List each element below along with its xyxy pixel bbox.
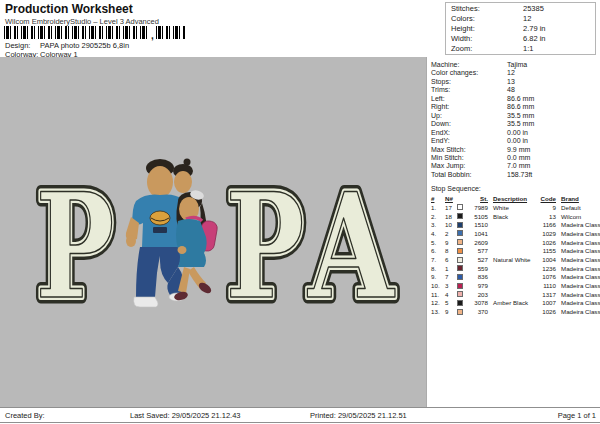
machine-row: Machine:Tajima	[431, 61, 600, 69]
stat-row-label: Colors:	[451, 14, 523, 24]
machine-info: Machine:TajimaColor changes:12Stops:13Tr…	[431, 61, 600, 179]
stop-sequence-row: 1.177989White9Default	[431, 203, 600, 212]
machine-row: Right:86.6 mm	[431, 103, 600, 111]
machine-row-value: Tajima	[507, 61, 527, 69]
thread-color-chip	[457, 222, 463, 228]
child-figure	[173, 159, 193, 194]
barcode-bars-left	[4, 26, 150, 39]
thread-color-chip	[457, 230, 463, 236]
father-head	[147, 166, 173, 198]
design-row: Design: PAPA photo 290525b 6,8in	[5, 41, 129, 50]
machine-row-value: 158.73ft	[507, 171, 532, 179]
stat-row: Colors:12	[446, 14, 595, 24]
stat-row: Stitches:25385	[446, 4, 595, 14]
svg-text:P: P	[226, 160, 305, 331]
header: Production Worksheet Wilcom EmbroiderySt…	[0, 0, 600, 57]
machine-row: Down:35.5 mm	[431, 120, 600, 128]
machine-row: Up:35.5 mm	[431, 112, 600, 120]
shirt-patch	[153, 227, 167, 233]
machine-row: Color changes:12	[431, 69, 600, 77]
barcode-bars-right	[156, 26, 186, 39]
machine-row: Max Stitch:9.9 mm	[431, 146, 600, 154]
design-label: Design:	[5, 41, 38, 50]
stop-sequence-row: 11.42031317Madeira Classic 40	[431, 290, 600, 299]
thread-color-chip	[457, 239, 463, 245]
machine-row-value: 0.0 mm	[507, 154, 530, 162]
thread-color-chip	[457, 283, 463, 289]
stop-sequence-row: 12.53078Amber Black1007Madeira Classic 4…	[431, 299, 600, 308]
stop-sequence-table: # N# St. Description Code Brand 1.177989…	[431, 194, 600, 316]
machine-row-label: EndY:	[431, 137, 507, 145]
machine-row-value: 9.9 mm	[507, 146, 530, 154]
machine-row: Left:86.6 mm	[431, 95, 600, 103]
col-st: St.	[468, 195, 490, 202]
machine-row-label: Stops:	[431, 78, 507, 86]
stop-sequence-row: 13.93701026Madeira Classic 40	[431, 307, 600, 316]
footer-printed: Printed: 29/05/2025 21.12.51	[310, 411, 407, 420]
svg-text:P: P	[36, 160, 115, 331]
col-code: Code	[536, 195, 558, 202]
stat-row-label: Width:	[451, 34, 523, 44]
papa-letter-3: A A A	[307, 161, 395, 331]
stat-row-label: Stitches:	[451, 4, 523, 14]
app-subtitle: Wilcom EmbroideryStudio – Level 3 Advanc…	[5, 17, 159, 26]
machine-row: Min Stitch:0.0 mm	[431, 154, 600, 162]
thread-color-chip	[457, 204, 463, 210]
thread-color-chip	[457, 300, 463, 306]
machine-row-value: 86.6 mm	[507, 103, 534, 111]
machine-row-label: Left:	[431, 95, 507, 103]
design-canvas: P P P P P P A A A	[0, 57, 426, 407]
page-title: Production Worksheet	[5, 2, 133, 16]
stop-sequence-row: 8.15591236Madeira Classic 40	[431, 264, 600, 273]
thread-color-chip	[457, 248, 463, 254]
thread-color-chip	[457, 213, 463, 219]
machine-row: Total Bobbin:158.73ft	[431, 171, 600, 179]
machine-row-label: Machine:	[431, 61, 507, 69]
father-left-leg	[136, 247, 162, 297]
stat-row: Zoom:1:1	[446, 44, 595, 54]
machine-row-label: Max Stitch:	[431, 146, 507, 154]
machine-row-value: 7.0 mm	[507, 162, 530, 170]
stat-row: Height:2.79 in	[446, 24, 595, 34]
machine-row: Trims:48	[431, 86, 600, 94]
footer-created-by: Created By:	[5, 411, 45, 420]
stop-sequence-row: 7.6527Natural White1004Madeira Classic 4…	[431, 255, 600, 264]
machine-row-label: Color changes:	[431, 69, 507, 77]
col-n: N#	[445, 195, 457, 202]
footer-page-number: Page 1 of 1	[558, 411, 596, 420]
stat-row-value: 25385	[523, 4, 544, 14]
machine-row-label: Right:	[431, 103, 507, 111]
design-name: PAPA photo 290525b 6,8in	[40, 41, 129, 50]
stat-row-label: Height:	[451, 24, 523, 34]
stop-sequence-header-row: # N# St. Description Code Brand	[431, 194, 600, 203]
details-panel: Machine:TajimaColor changes:12Stops:13Tr…	[426, 57, 600, 407]
papa-letter-2: P P P	[226, 160, 305, 331]
machine-row-label: Trims:	[431, 86, 507, 94]
machine-row-label: EndX:	[431, 129, 507, 137]
thread-color-chip	[457, 274, 463, 280]
machine-row: Max Jump:7.0 mm	[431, 162, 600, 170]
papa-letter-1: P P P	[36, 160, 115, 331]
footer: Created By: Last Saved: 29/05/2025 21.12…	[0, 407, 600, 423]
machine-row-value: 35.5 mm	[507, 120, 534, 128]
machine-row: EndX:0.00 in	[431, 129, 600, 137]
col-num: #	[431, 195, 445, 202]
machine-row-value: 0.00 in	[507, 137, 528, 145]
thread-color-chip	[457, 257, 463, 263]
stat-row-value: 1:1	[523, 44, 533, 54]
col-description: Description	[490, 195, 536, 202]
machine-row-value: 13	[507, 78, 515, 86]
stop-sequence-row: 5.926091026Madeira Classic 40	[431, 238, 600, 247]
machine-row-label: Max Jump:	[431, 162, 507, 170]
footer-last-saved: Last Saved: 29/05/2025 21.12.43	[130, 411, 241, 420]
family-illustration	[126, 159, 218, 308]
stop-sequence-row: 10.39791110Madeira Classic 40	[431, 281, 600, 290]
daughter-hand	[178, 246, 187, 254]
stop-sequence-row: 4.210411029Madeira Classic 40	[431, 229, 600, 238]
svg-text:A: A	[307, 161, 395, 331]
machine-row-value: 0.00 in	[507, 129, 528, 137]
thread-color-chip	[457, 265, 463, 271]
stop-sequence-row: 2.185105Black13Wilcom	[431, 212, 600, 221]
design-barcode: ,	[4, 26, 186, 39]
machine-row-label: Down:	[431, 120, 507, 128]
